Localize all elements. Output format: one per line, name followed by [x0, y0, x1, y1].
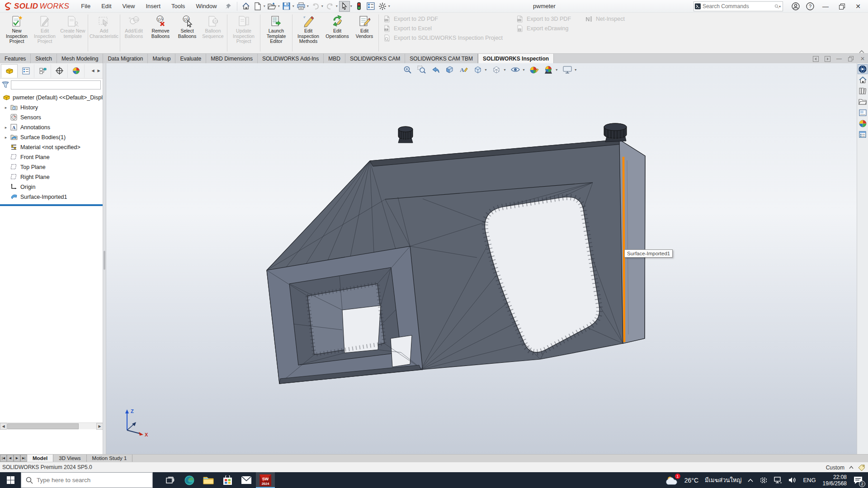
tree-item-sensors[interactable]: Sensors — [0, 113, 103, 122]
scrollbar-thumb[interactable] — [7, 423, 79, 429]
undo-icon[interactable] — [310, 1, 321, 12]
graphics-viewport[interactable]: A ▼ ▼ ▼ ▼ ▼ Surface-Imported1 Z X — [106, 63, 857, 454]
tab-mbd[interactable]: MBD — [324, 54, 345, 63]
property-manager-tab[interactable] — [18, 64, 34, 78]
weather-icon[interactable]: 1 — [662, 472, 681, 488]
display-manager-tab[interactable] — [68, 64, 85, 78]
add-characteristic-button[interactable]: Add Characteristic — [89, 13, 119, 53]
view-settings-caret[interactable]: ▼ — [574, 68, 577, 71]
featuremanager-design-tree-tab[interactable] — [1, 64, 18, 78]
view-palette-icon[interactable] — [858, 108, 868, 117]
display-style-icon[interactable] — [491, 65, 501, 74]
doc-restore-icon[interactable] — [847, 55, 854, 62]
export-to-solidworks-inspection-project[interactable]: Export to SOLIDWORKS Inspection Project — [383, 34, 503, 42]
section-view-icon[interactable] — [444, 65, 454, 74]
new-document-icon[interactable] — [252, 1, 263, 12]
tree-item-origin[interactable]: Origin — [0, 182, 103, 192]
new-document-caret[interactable]: ▾ — [264, 4, 265, 8]
tab-solidworks-cam[interactable]: SOLIDWORKS CAM — [345, 54, 405, 63]
tree-item-right-plane[interactable]: Right Plane — [0, 172, 103, 182]
scene-caret[interactable]: ▼ — [555, 68, 558, 71]
redo-caret[interactable]: ▾ — [336, 4, 338, 8]
pane-right-icon[interactable] — [824, 55, 831, 62]
pane-left-icon[interactable] — [812, 55, 819, 62]
print-caret[interactable]: ▾ — [307, 4, 309, 8]
tree-item-surface-imported1[interactable]: Surface-Imported1 — [0, 192, 103, 202]
tree-item-surface-bodies[interactable]: ▸ Surface Bodies(1) — [0, 132, 103, 142]
rollback-bar[interactable] — [0, 204, 103, 206]
export-to-3d-pdf[interactable]: PDF3D Export to 3D PDF — [516, 15, 571, 23]
export-to-2d-pdf[interactable]: PDF Export to 2D PDF — [383, 15, 503, 23]
tab-mesh-modeling[interactable]: Mesh Modeling — [57, 54, 103, 63]
volume-icon[interactable] — [785, 472, 800, 488]
add-edit-balloons-button[interactable]: 111 Add/Edit Balloons — [121, 13, 146, 53]
tab-solidworks-cam-tbm[interactable]: SOLIDWORKS CAM TBM — [405, 54, 478, 63]
start-button[interactable] — [0, 472, 21, 488]
appearances-icon[interactable] — [858, 118, 868, 128]
doc-tab-model[interactable]: Model — [27, 455, 53, 462]
panel-splitter[interactable] — [103, 63, 106, 454]
panel-horizontal-scrollbar[interactable]: ◀ ▶ — [0, 422, 103, 429]
home-icon[interactable] — [241, 1, 251, 12]
solidworks-app-icon[interactable]: SW2024 — [256, 472, 275, 488]
new-inspection-project-button[interactable]: New Inspection Project — [3, 13, 31, 53]
rebuild-traffic-light-icon[interactable] — [354, 1, 364, 12]
hidden-icons-chevron[interactable] — [745, 472, 756, 488]
configuration-manager-tab[interactable] — [34, 64, 51, 78]
file-explorer-icon[interactable] — [199, 472, 218, 488]
tree-item-front-plane[interactable]: Front Plane — [0, 152, 103, 162]
search-caret[interactable]: ▾ — [779, 5, 781, 9]
model-surface-imported1[interactable] — [106, 63, 857, 454]
panel-tab-scroll-left[interactable]: ◀ — [90, 65, 96, 77]
menu-edit[interactable]: Edit — [96, 0, 117, 13]
action-center-icon[interactable]: 2 — [850, 472, 868, 488]
scroll-left-icon[interactable]: ◀ — [0, 423, 7, 430]
options-list-icon[interactable] — [365, 1, 376, 12]
edit-appearance-icon[interactable] — [529, 65, 539, 74]
remove-balloons-button[interactable]: 111 Remove Balloons — [146, 13, 175, 53]
expand-arrow-icon[interactable]: ▸ — [4, 125, 8, 130]
language-indicator[interactable]: ENG — [800, 472, 819, 488]
account-icon[interactable] — [789, 0, 802, 13]
solidworks-resources-icon[interactable] — [858, 64, 868, 74]
tree-item-material[interactable]: Material <not specified> — [0, 142, 103, 152]
status-expand-chevron[interactable] — [849, 466, 854, 469]
screen-snip-icon[interactable] — [756, 472, 771, 488]
open-icon[interactable] — [267, 1, 278, 12]
minimize-button[interactable]: — — [819, 0, 832, 13]
scroll-right-icon[interactable]: ▶ — [96, 423, 103, 430]
tab-solidworks-inspection[interactable]: SOLIDWORKS Inspection — [478, 54, 554, 63]
settings-gear-icon[interactable] — [377, 1, 388, 12]
create-new-template-button[interactable]: Create New template — [59, 13, 87, 53]
tree-filter-input[interactable] — [11, 80, 101, 89]
hide-show-annotations-icon[interactable]: A — [458, 65, 468, 74]
tab-data-migration[interactable]: Data Migration — [103, 54, 148, 63]
doc-minimize-icon[interactable]: — — [835, 55, 843, 62]
edit-inspection-methods-button[interactable]: Edit Inspection Methods — [293, 13, 323, 53]
export-edrawing[interactable]: e Export eDrawing — [516, 25, 571, 32]
expand-arrow-icon[interactable]: ▸ — [4, 105, 8, 110]
menu-insert[interactable]: Insert — [141, 0, 166, 13]
microsoft-store-icon[interactable] — [218, 472, 237, 488]
net-inspect[interactable]: N Net-Inspect — [585, 15, 625, 23]
zoom-to-area-icon[interactable] — [416, 65, 426, 74]
tab-mbd-dimensions[interactable]: MBD Dimensions — [206, 54, 258, 63]
hide-show-items-eye-icon[interactable] — [510, 65, 520, 74]
command-search-box[interactable]: ▾ — [693, 1, 783, 11]
view-orientation-cube-icon[interactable] — [472, 65, 482, 74]
home-icon[interactable] — [858, 75, 868, 85]
tree-item-annotations[interactable]: ▸ A Annotations — [0, 122, 103, 132]
edge-browser-icon[interactable] — [180, 472, 199, 488]
select-balloons-button[interactable]: 111 Select Balloons — [175, 13, 200, 53]
undo-caret[interactable]: ▾ — [321, 4, 323, 8]
eye-caret[interactable]: ▼ — [522, 68, 525, 71]
update-inspection-project-button[interactable]: Update Inspection Project — [228, 13, 259, 53]
weather-temp[interactable]: 26°C — [681, 472, 702, 488]
weather-description[interactable]: มีเมฆส่วนใหญ่ — [702, 472, 745, 488]
file-explorer-icon[interactable] — [858, 97, 868, 107]
expand-arrow-icon[interactable]: ▸ — [4, 135, 8, 140]
zoom-to-fit-icon[interactable] — [402, 65, 412, 74]
status-custom-label[interactable]: Custom — [826, 465, 844, 471]
menu-tools[interactable]: Tools — [166, 0, 190, 13]
save-caret[interactable]: ▾ — [292, 4, 294, 8]
